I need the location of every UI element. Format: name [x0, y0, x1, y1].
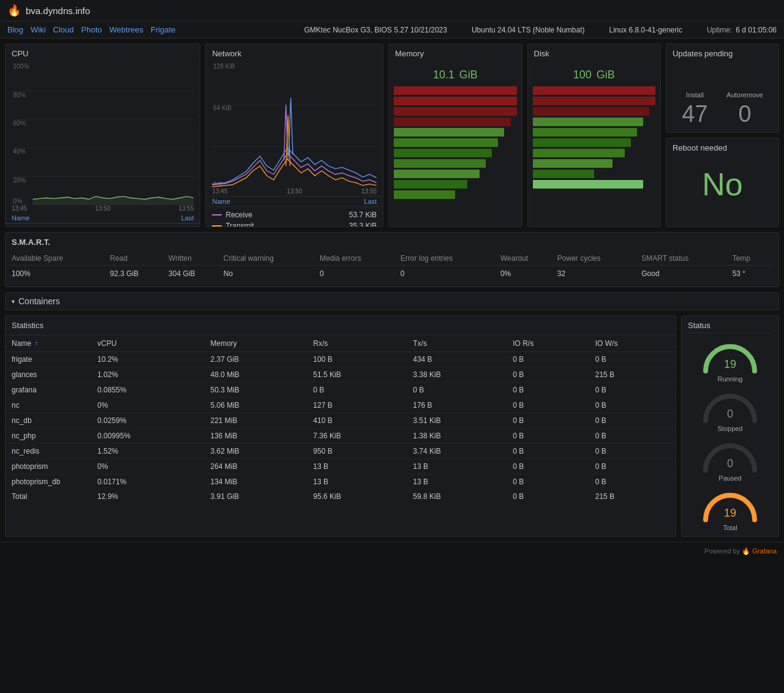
row-vcpu: 10.2%: [91, 352, 205, 367]
row-name: glances: [6, 367, 91, 383]
row-io-ws: 215 B: [589, 367, 676, 383]
row-memory: 5.06 MiB: [205, 398, 307, 413]
smart-read: 92.3 GiB: [110, 266, 168, 282]
cpu-title: CPU: [6, 44, 200, 61]
smart-table: Available Spare Read Written Critical wa…: [12, 252, 772, 282]
stats-row: grafana 0.0855% 50.3 MiB 0 B 0 B 0 B 0 B: [6, 383, 676, 398]
smart-title: S.M.A.R.T.: [12, 238, 772, 247]
reboot-panel: Reboot needed No: [666, 138, 779, 227]
row-rxs: 100 B: [307, 352, 407, 367]
reboot-value: No: [673, 161, 772, 202]
stats-row: frigate 10.2% 2.37 GiB 100 B 434 B 0 B 0…: [6, 352, 676, 367]
row-txs: 1.38 KiB: [407, 429, 507, 444]
row-io-ws: 0 B: [589, 383, 676, 398]
row-txs: 3.51 KiB: [407, 413, 507, 429]
nav-wiki[interactable]: Wiki: [31, 25, 46, 34]
right-panels: Updates pending Install 47 Autoremove 0: [666, 43, 779, 227]
smart-col-status: SMART status: [641, 252, 732, 266]
nav-blog[interactable]: Blog: [7, 25, 23, 34]
stats-header-row: Name ↑ vCPU Memory Rx/s Tx/s IO R/s IO W…: [6, 335, 676, 352]
stats-row: photoprism 0% 264 MiB 13 B 13 B 0 B 0 B: [6, 459, 676, 474]
smart-col-media: Media errors: [320, 252, 401, 266]
footer-name: Total: [6, 489, 91, 504]
row-memory: 48.0 MiB: [205, 367, 307, 383]
smart-wearout: 0%: [500, 266, 557, 282]
net-transmit-line: [212, 225, 222, 227]
net-receive-value: 53.7 KiB: [349, 211, 377, 219]
header: 🔥 bva.dyndns.info: [0, 0, 784, 21]
row-io-ws: 0 B: [589, 444, 676, 459]
nav-webtrees[interactable]: Webtrees: [110, 25, 143, 34]
mem-bar-0: [394, 86, 516, 95]
stats-footer-row: Total 12.9% 3.91 GiB 95.6 KiB 59.8 KiB 0…: [6, 489, 676, 504]
nav-cloud[interactable]: Cloud: [53, 25, 74, 34]
containers-label: Containers: [18, 296, 60, 306]
status-panel: Status 19 Running 0 Stopped: [681, 315, 779, 537]
net-receive-line: [212, 214, 222, 215]
row-io-ws: 0 B: [589, 398, 676, 413]
net-transmit-value: 35.3 KiB: [349, 222, 377, 227]
stopped-gauge: 0 Stopped: [688, 390, 772, 432]
row-io-rs: 0 B: [507, 444, 589, 459]
cpu-legend-label: CPU usage: [20, 227, 55, 227]
row-io-rs: 0 B: [507, 352, 589, 367]
smart-row: 100% 92.3 GiB 304 GiB No 0 0 0% 32 Good …: [12, 266, 772, 282]
updates-install-label: Install: [682, 91, 707, 99]
memory-value: 10.1 GiB: [389, 61, 521, 86]
col-sort-icon: ↑: [34, 339, 38, 348]
smart-spare: 100%: [12, 266, 110, 282]
memory-panel: Memory 10.1 GiB: [388, 43, 522, 227]
svg-text:19: 19: [724, 358, 736, 370]
network-chart-svg: 128 KiB 64 KiB 0 B: [212, 63, 377, 188]
navbar: Blog Wiki Cloud Photo Webtrees Frigate G…: [0, 21, 784, 39]
row-name: photoprism_db: [6, 474, 91, 490]
stats-table: Name ↑ vCPU Memory Rx/s Tx/s IO R/s IO W…: [6, 335, 676, 504]
row-vcpu: 0.0855%: [91, 383, 205, 398]
row-rxs: 127 B: [307, 398, 407, 413]
stats-row: nc_redis 1.52% 3.62 MiB 950 B 3.74 KiB 0…: [6, 444, 676, 459]
nav-frigate[interactable]: Frigate: [151, 25, 175, 34]
mem-bar-6: [394, 149, 492, 157]
col-memory: Memory: [205, 335, 307, 352]
nav-photo[interactable]: Photo: [81, 25, 102, 34]
smart-col-critical: Critical warning: [224, 252, 320, 266]
running-label: Running: [718, 375, 743, 383]
row-vcpu: 0.00995%: [91, 429, 205, 444]
stats-row: nc 0% 5.06 MiB 127 B 176 B 0 B 0 B: [6, 398, 676, 413]
row-vcpu: 0%: [91, 398, 205, 413]
footer-grafana-icon: 🔥: [742, 547, 752, 555]
smart-col-error: Error log entries: [401, 252, 500, 266]
row-rxs: 51.5 KiB: [307, 367, 407, 383]
smart-media: 0: [320, 266, 401, 282]
nav-os-info: Ubuntu 24.04 LTS (Noble Numbat): [472, 26, 585, 34]
footer-io-rs: 0 B: [507, 489, 589, 504]
paused-gauge-svg: 0: [699, 440, 761, 473]
row-name: frigate: [6, 352, 91, 367]
nav-links: Blog Wiki Cloud Photo Webtrees Frigate: [7, 25, 304, 34]
smart-col-power: Power cycles: [557, 252, 641, 266]
updates-autoremove-label: Autoremove: [726, 91, 763, 99]
updates-autoremove-value: 0: [726, 101, 763, 127]
col-txs: Tx/s: [407, 335, 507, 352]
mem-bar-7: [394, 159, 486, 168]
smart-col-read: Read: [110, 252, 168, 266]
disk-bar-8: [533, 170, 594, 178]
disk-unit: GiB: [597, 69, 615, 81]
row-io-ws: 0 B: [589, 429, 676, 444]
updates-install-col: Install 47: [682, 91, 707, 127]
mem-bar-10: [394, 190, 455, 199]
paused-gauge: 0 Paused: [688, 440, 772, 482]
cpu-legend-header: Name Last: [6, 213, 200, 223]
row-io-rs: 0 B: [507, 474, 589, 490]
disk-bar-0: [533, 86, 655, 95]
cpu-chart-area: 100% 80% 60% 40% 20% 0%: [6, 61, 200, 205]
row-txs: 434 B: [407, 352, 507, 367]
stopped-gauge-svg: 0: [699, 390, 761, 424]
disk-title: Disk: [528, 44, 660, 61]
net-legend-receive: Receive 53.7 KiB: [212, 209, 377, 220]
row-rxs: 13 B: [307, 474, 407, 490]
containers-header[interactable]: ▾ Containers: [5, 292, 779, 310]
containers-chevron-icon: ▾: [12, 298, 15, 305]
smart-col-wearout: Wearout: [500, 252, 557, 266]
row-name: nc_php: [6, 429, 91, 444]
